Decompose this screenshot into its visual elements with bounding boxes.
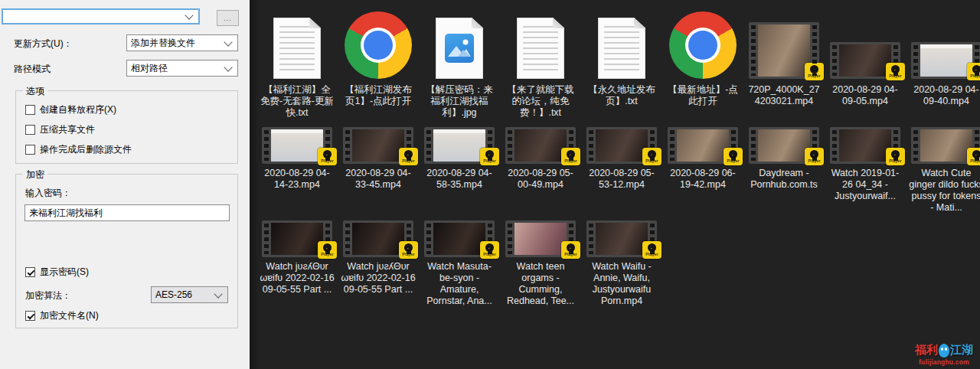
file-item[interactable]: 【解压密码：来福利江湖找福利】.jpg [419,6,500,127]
file-item[interactable]: PlayerWatch Waifu - Annie, Waifu, Justyo… [581,220,662,307]
archive-dialog: ... 更新方式(U)： 添加并替换文件 路径模式 相对路径 选项 创建自释放程… [0,0,250,369]
video-thumbnail: Player [424,127,495,164]
file-grid-row: PlayerWatch jυƨʎΘυr ωɐifυ 2022-02-16 09-… [256,220,980,307]
path-mode-select[interactable]: 相对路径 [126,60,238,77]
video-thumbnail: Player [586,220,657,257]
watermark-text-left: 福利 [915,343,938,358]
file-name: 720P_4000K_274203021.mp4 [743,84,825,107]
file-explorer: 【福利江湖】全免费-无套路-更新快.txt【福利江湖发布页1】-点此打开【解压密… [250,0,980,369]
file-grid: 【福利江湖】全免费-无套路-更新快.txt【福利江湖发布页1】-点此打开【解压密… [256,6,980,307]
player-badge-icon: Player [318,148,337,165]
file-item[interactable]: PlayerWatch Cute ginger dildo fucks puss… [906,127,980,220]
update-mode-select[interactable]: 添加并替换文件 [126,34,238,51]
file-name: 【解压密码：来福利江湖找福利】.jpg [419,84,500,119]
player-badge-icon: Player [967,63,980,80]
player-badge-icon: Player [480,241,499,259]
options-group-title: 选项 [23,85,47,98]
checkbox-create-sfx[interactable]: 创建自释放程序(X) [25,103,116,116]
chrome-icon [669,11,737,79]
video-thumbnail: Player [830,42,900,79]
file-item[interactable]: 【来了就能下载的论坛，纯免费！】.txt [500,6,581,127]
checkbox-icon [25,105,35,115]
file-item[interactable]: PlayerWatch teen orgams - Cumming, Redhe… [500,220,581,307]
file-item[interactable]: Player720P_4000K_274203021.mp4 [743,6,825,127]
file-item[interactable]: Player2020-08-29 04-09-05.mp4 [825,6,906,127]
file-name: Watch teen orgams - Cumming, Redhead, Te… [500,261,581,307]
checkbox-icon [25,125,35,135]
chevron-down-icon [224,63,232,71]
chevron-down-icon [214,289,222,298]
video-thumbnail: Player [668,127,738,164]
file-grid-row: Player2020-08-29 04-14-23.mp4Player2020-… [256,127,980,220]
checkbox-icon [25,267,35,277]
file-item[interactable]: 【最新地址】-点此打开 [662,6,743,127]
site-watermark: 福利 江湖 fulijianghu.com [911,343,977,366]
file-name: 2020-08-29 05-00-49.mp4 [500,168,581,191]
chevron-down-icon [224,38,232,46]
player-badge-icon: Player [480,148,499,165]
player-badge-icon: Player [561,241,580,259]
file-item[interactable]: Player2020-08-29 06-19-42.mp4 [662,127,743,220]
file-name: 2020-08-29 04-14-23.mp4 [256,168,338,191]
video-thumbnail: Player [911,42,980,79]
chevron-down-icon[interactable] [185,11,193,19]
text-file-icon [598,18,645,79]
file-item[interactable]: Player2020-08-29 04-33-45.mp4 [338,127,419,220]
password-label: 输入密码： [25,187,71,200]
video-thumbnail: Player [262,127,332,164]
video-thumbnail: Player [505,127,576,164]
player-badge-icon: Player [805,148,824,165]
player-badge-icon: Player [967,148,980,165]
file-name: 2020-08-29 05-53-12.mp4 [581,168,662,191]
checkbox-icon [25,145,35,155]
file-item[interactable]: 【福利江湖发布页1】-点此打开 [338,6,419,127]
file-item[interactable]: Player2020-08-29 05-53-12.mp4 [581,127,662,220]
file-name: 【福利江湖发布页1】-点此打开 [338,84,419,107]
chrome-icon [345,11,412,79]
file-name: Watch Cute ginger dildo fucks pussy for … [906,168,980,214]
file-item[interactable]: Player2020-08-29 04-09-40.mp4 [906,6,980,127]
file-name: Watch jυƨʎΘυr ωɐifυ 2022-02-16 09-05-55 … [338,261,419,296]
file-item[interactable]: Player2020-08-29 05-00-49.mp4 [500,127,581,220]
checkbox-compress-shared[interactable]: 压缩共享文件 [25,123,95,136]
file-item[interactable]: PlayerWatch Masuta-be-syon - Amature, Po… [419,220,500,307]
video-thumbnail: Player [424,220,495,257]
file-name: 【最新地址】-点此打开 [662,84,743,107]
file-name: 2020-08-29 04-09-40.mp4 [906,84,980,107]
player-badge-icon: Player [642,241,662,259]
player-badge-icon: Player [724,148,743,165]
checkbox-encrypt-filenames[interactable]: 加密文件名(N) [25,309,99,322]
file-item[interactable]: Player2020-08-29 04-14-23.mp4 [256,127,338,220]
path-mode-label: 路径模式 [14,63,51,76]
watermark-text-right: 江湖 [950,343,973,358]
file-name: 【福利江湖】全免费-无套路-更新快.txt [256,84,338,119]
player-badge-icon: Player [318,241,337,259]
password-input[interactable] [24,204,230,221]
browse-button[interactable]: ... [217,10,239,26]
file-item[interactable]: Player2020-08-29 04-58-35.mp4 [419,127,500,220]
file-name: 2020-08-29 04-33-45.mp4 [338,168,419,191]
video-thumbnail: Player [262,220,332,257]
file-item[interactable]: 【永久地址发布页】.txt [581,6,662,127]
file-name: 【永久地址发布页】.txt [581,84,662,107]
encryption-group: 加密 输入密码： 显示密码(S) 加密算法： AES-256 加密文件名(N) [15,174,238,328]
encryption-group-title: 加密 [23,168,47,181]
file-item[interactable]: PlayerWatch jυƨʎΘυr ωɐifυ 2022-02-16 09-… [338,220,419,307]
file-name: 2020-08-29 06-19-42.mp4 [662,168,743,191]
player-badge-icon: Player [805,63,824,80]
file-item[interactable]: 【福利江湖】全免费-无套路-更新快.txt [256,6,338,127]
video-thumbnail: Player [830,127,900,164]
algorithm-select[interactable]: AES-256 [151,286,228,303]
archive-name-combobox[interactable] [2,8,200,24]
file-name: 【来了就能下载的论坛，纯免费！】.txt [500,84,581,119]
file-item[interactable]: PlayerDaydream - Pornhub.com.ts [743,127,825,220]
image-file-icon [436,18,483,79]
checkbox-delete-source[interactable]: 操作完成后删除源文件 [25,143,132,156]
file-item[interactable]: PlayerWatch 2019-01-26 04_34 - Justyourw… [825,127,906,220]
file-item[interactable]: PlayerWatch jυƨʎΘυr ωɐifυ 2022-02-16 09-… [256,220,338,307]
file-name: 2020-08-29 04-09-05.mp4 [825,84,906,107]
video-thumbnail: Player [749,22,819,79]
player-badge-icon: Player [399,241,418,259]
file-name: Daydream - Pornhub.com.ts [743,168,825,191]
checkbox-show-password[interactable]: 显示密码(S) [25,266,89,279]
